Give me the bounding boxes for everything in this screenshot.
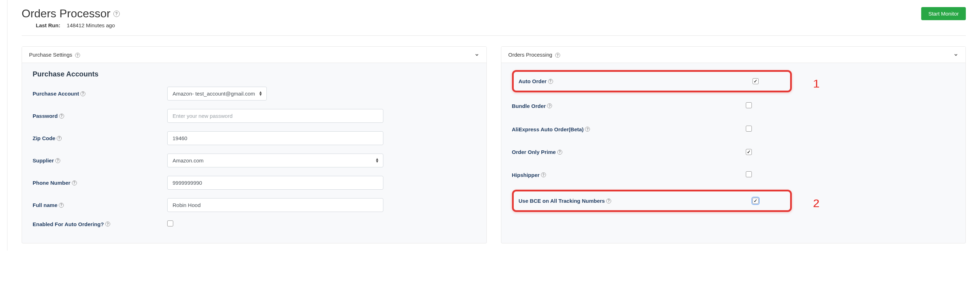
aliexpress-auto-order-label: AliExpress Auto Order(Beta) ? [512, 126, 746, 132]
purchase-settings-header-label: Purchase Settings [29, 52, 72, 58]
supplier-label: Supplier ? [33, 157, 167, 163]
zip-code-input[interactable] [167, 131, 383, 145]
help-icon[interactable]: ? [80, 91, 85, 96]
divider [22, 35, 966, 36]
help-icon[interactable]: ? [548, 79, 553, 84]
callout-box-2: Use BCE on All Tracking Numbers ? [512, 190, 792, 212]
purchase-settings-panel: Purchase Settings ? Purchase Accounts Pu… [22, 46, 487, 244]
callout-number-2: 2 [813, 196, 820, 210]
enabled-auto-ordering-checkbox[interactable] [167, 220, 173, 226]
purchase-account-label: Purchase Account ? [33, 90, 167, 97]
help-icon[interactable]: ? [59, 114, 64, 119]
help-icon[interactable]: ? [541, 172, 546, 177]
chevron-down-icon [953, 52, 958, 57]
help-icon[interactable]: ? [555, 53, 560, 58]
callout-box-1: Auto Order ? [512, 70, 792, 92]
help-icon[interactable]: ? [557, 150, 562, 155]
callout-number-1: 1 [813, 77, 820, 90]
purchase-account-select[interactable]: Amazon- test_account@gmail.com [167, 87, 267, 100]
last-run-value: 148412 Minutes ago [67, 22, 115, 28]
enabled-auto-ordering-label: Enabled For Auto Ordering? ? [33, 221, 167, 227]
help-icon[interactable]: ? [606, 198, 611, 203]
auto-order-label: Auto Order ? [519, 78, 752, 84]
help-icon[interactable]: ? [55, 158, 60, 163]
orders-processing-header-label: Orders Processing [508, 52, 552, 58]
hipshipper-checkbox[interactable] [746, 171, 752, 177]
order-only-prime-checkbox[interactable] [746, 149, 752, 155]
page-title-text: Orders Processor [22, 7, 111, 20]
help-icon[interactable]: ? [105, 222, 110, 226]
bundle-order-checkbox[interactable] [746, 102, 752, 108]
help-icon[interactable]: ? [59, 203, 64, 208]
phone-number-input[interactable] [167, 176, 383, 190]
auto-order-checkbox[interactable] [752, 78, 759, 84]
use-bce-checkbox[interactable] [752, 198, 759, 204]
help-icon[interactable]: ? [75, 53, 80, 58]
full-name-input[interactable] [167, 198, 383, 212]
help-icon[interactable]: ? [57, 136, 62, 141]
aliexpress-auto-order-checkbox[interactable] [746, 126, 752, 131]
chevron-down-icon [474, 52, 479, 57]
zip-code-label: Zip Code ? [33, 135, 167, 141]
supplier-select[interactable]: Amazon.com [167, 154, 383, 167]
password-input[interactable] [167, 109, 383, 123]
help-icon[interactable]: ? [72, 181, 77, 185]
orders-processing-panel: Orders Processing ? Auto Order ? [501, 46, 966, 244]
hipshipper-label: Hipshipper ? [512, 172, 746, 178]
password-label: Password ? [33, 113, 167, 119]
page-title: Orders Processor ? [22, 7, 120, 20]
help-icon[interactable]: ? [585, 127, 590, 131]
use-bce-label: Use BCE on All Tracking Numbers ? [519, 198, 752, 204]
orders-processing-header[interactable]: Orders Processing ? [501, 47, 966, 63]
help-icon[interactable]: ? [547, 103, 552, 108]
start-monitor-button[interactable]: Start Monitor [921, 7, 966, 20]
bundle-order-label: Bundle Order ? [512, 103, 746, 109]
last-run: Last Run: 148412 Minutes ago [36, 22, 120, 28]
full-name-label: Full name ? [33, 202, 167, 208]
last-run-label: Last Run: [36, 22, 60, 28]
order-only-prime-label: Order Only Prime ? [512, 149, 746, 155]
help-icon[interactable]: ? [113, 11, 120, 17]
phone-number-label: Phone Number ? [33, 180, 167, 186]
purchase-settings-header[interactable]: Purchase Settings ? [22, 47, 487, 63]
purchase-accounts-title: Purchase Accounts [33, 70, 476, 78]
